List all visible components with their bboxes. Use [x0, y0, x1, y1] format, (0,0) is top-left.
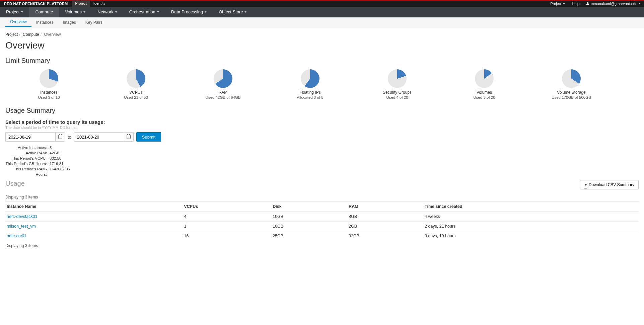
limit-title: Instances: [5, 90, 92, 95]
date-range-heading: Select a period of time to query its usa…: [5, 119, 639, 125]
chevron-down-icon: [157, 11, 159, 13]
chevron-down-icon: [639, 3, 641, 4]
col-ram[interactable]: RAM: [347, 201, 423, 212]
stat-label: Active Instances:: [5, 145, 49, 150]
limit-card: VCPUsUsed 21 of 50: [92, 69, 180, 99]
pie-chart: [475, 69, 494, 88]
breadcrumb-current: Overview: [44, 32, 61, 37]
date-to-input[interactable]: [74, 132, 124, 142]
top-bar: RED HAT OPENSTACK PLATFORM Project Ident…: [0, 0, 644, 7]
breadcrumb-compute[interactable]: Compute: [23, 32, 39, 37]
cell-disk: 10GB: [271, 212, 347, 222]
cell-ram: 2GB: [347, 222, 423, 231]
stat-value: 802.58: [49, 156, 61, 161]
limit-subtitle: Used 3 of 10: [5, 95, 92, 99]
cell-time: 4 weeks: [423, 212, 639, 222]
pie-chart: [562, 69, 581, 88]
usage-table-title: Usage: [5, 180, 580, 187]
help-link[interactable]: Help: [568, 0, 583, 7]
instance-link[interactable]: milson_test_vm: [5, 222, 183, 231]
table-row: nerc-crc011625GB32GB3 days, 19 hours: [5, 231, 639, 241]
chevron-down-icon: [205, 11, 207, 13]
pie-chart: [127, 69, 145, 88]
cell-disk: 10GB: [271, 222, 347, 231]
limit-title: Volume Storage: [528, 90, 615, 95]
calendar-icon: [58, 135, 62, 139]
stat-value: 42GB: [49, 150, 59, 156]
cell-time: 2 days, 21 hours: [423, 222, 639, 231]
instance-link[interactable]: nerc-crc01: [5, 231, 183, 241]
limit-subtitle: Used 3 of 20: [441, 95, 528, 99]
stat-value: 1719.81: [49, 161, 64, 166]
to-label: to: [68, 135, 71, 140]
item-count-bottom: Displaying 3 items: [5, 243, 639, 248]
cell-vcpus: 4: [183, 212, 271, 222]
user-menu[interactable]: mmunakami@g.harvard.edu: [583, 0, 644, 7]
limit-card: Security GroupsUsed 4 of 20: [354, 69, 441, 99]
usage-summary-heading: Usage Summary: [5, 107, 639, 114]
date-from-input[interactable]: [5, 132, 56, 142]
brand-logo: RED HAT OPENSTACK PLATFORM: [0, 2, 72, 6]
pie-chart: [301, 69, 319, 88]
chevron-down-icon: [115, 11, 117, 13]
date-to-picker-button[interactable]: [124, 132, 134, 142]
stat-value: 1643682.06: [49, 166, 70, 172]
limit-subtitle: Used 170GB of 500GB: [528, 95, 615, 99]
limit-card: InstancesUsed 3 of 10: [5, 69, 92, 99]
limit-card: VolumesUsed 3 of 20: [441, 69, 528, 99]
table-row: milson_test_vm110GB2GB2 days, 21 hours: [5, 222, 639, 231]
cell-vcpus: 1: [183, 222, 271, 231]
project-dropdown[interactable]: Project: [547, 0, 568, 7]
chevron-down-icon: [21, 11, 23, 13]
toptab-project[interactable]: Project: [72, 0, 90, 7]
nav-object-store[interactable]: Object Store: [213, 7, 253, 17]
limit-card: Volume StorageUsed 170GB of 500GB: [528, 69, 615, 99]
stat-label: Active RAM:: [5, 150, 49, 156]
nav-orchestration[interactable]: Orchestration: [123, 7, 165, 17]
col-disk[interactable]: Disk: [271, 201, 347, 212]
usage-table: Instance Name VCPUs Disk RAM Time since …: [5, 201, 639, 241]
limit-subtitle: Used 4 of 20: [354, 95, 441, 99]
nav-project[interactable]: Project: [0, 7, 29, 17]
breadcrumb-project[interactable]: Project: [5, 32, 18, 37]
nav-compute[interactable]: Compute: [29, 7, 59, 17]
submit-button[interactable]: Submit: [136, 132, 161, 142]
chevron-down-icon: [83, 11, 85, 13]
limit-card: Floating IPsAllocated 3 of 5: [267, 69, 354, 99]
stat-row: This Period's GB-Hours:1719.81: [5, 161, 639, 166]
stat-value: 3: [49, 145, 52, 150]
limit-title: RAM: [180, 90, 267, 95]
stat-row: This Period's RAM-Hours:1643682.06: [5, 166, 639, 172]
chevron-down-icon: [563, 3, 565, 4]
stat-label: This Period's GB-Hours:: [5, 161, 49, 166]
table-row: nerc-devstack01410GB8GB4 weeks: [5, 212, 639, 222]
limit-summary-heading: Limit Summary: [5, 57, 639, 65]
cell-vcpus: 16: [183, 231, 271, 241]
limit-title: Volumes: [441, 90, 528, 95]
col-vcpus[interactable]: VCPUs: [183, 201, 271, 212]
subnav-key-pairs[interactable]: Key Pairs: [81, 17, 107, 27]
limit-title: VCPUs: [92, 90, 180, 95]
nav-data-processing[interactable]: Data Processing: [165, 7, 213, 17]
pie-chart: [388, 69, 407, 88]
subnav-instances[interactable]: Instances: [31, 17, 58, 27]
cell-time: 3 days, 19 hours: [423, 231, 639, 241]
limit-title: Floating IPs: [267, 90, 354, 95]
date-from-picker-button[interactable]: [56, 132, 65, 142]
col-instance-name[interactable]: Instance Name: [5, 201, 183, 212]
breadcrumb: Project/ Compute/ Overview: [5, 31, 639, 40]
pie-chart: [214, 69, 232, 88]
subnav-overview[interactable]: Overview: [5, 17, 31, 27]
stat-row: Active Instances:3: [5, 145, 639, 150]
item-count-top: Displaying 3 items: [5, 195, 639, 199]
nav-volumes[interactable]: Volumes: [59, 7, 91, 17]
cell-ram: 32GB: [347, 231, 423, 241]
date-hint: The date should be in YYYY-MM-DD format.: [5, 126, 639, 130]
subnav-images[interactable]: Images: [58, 17, 80, 27]
nav-network[interactable]: Network: [91, 7, 123, 17]
download-csv-button[interactable]: Download CSV Summary: [580, 180, 639, 189]
toptab-identity[interactable]: Identity: [90, 0, 109, 7]
instance-link[interactable]: nerc-devstack01: [5, 212, 183, 222]
user-icon: [586, 2, 589, 5]
col-time[interactable]: Time since created: [423, 201, 639, 212]
